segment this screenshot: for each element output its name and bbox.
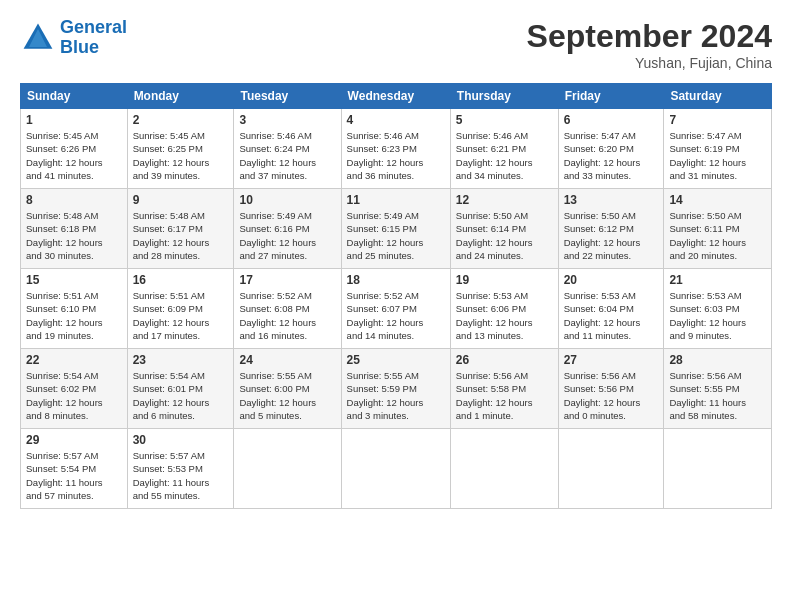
weekday-tuesday: Tuesday	[234, 84, 341, 109]
location: Yushan, Fujian, China	[527, 55, 772, 71]
day-info: Sunrise: 5:47 AM Sunset: 6:20 PM Dayligh…	[564, 129, 659, 182]
day-cell-30: 30Sunrise: 5:57 AM Sunset: 5:53 PM Dayli…	[127, 429, 234, 509]
day-number: 16	[133, 273, 229, 287]
day-info: Sunrise: 5:57 AM Sunset: 5:54 PM Dayligh…	[26, 449, 122, 502]
day-cell-13: 13Sunrise: 5:50 AM Sunset: 6:12 PM Dayli…	[558, 189, 664, 269]
header: General Blue September 2024 Yushan, Fuji…	[20, 18, 772, 71]
day-info: Sunrise: 5:45 AM Sunset: 6:26 PM Dayligh…	[26, 129, 122, 182]
day-info: Sunrise: 5:53 AM Sunset: 6:06 PM Dayligh…	[456, 289, 553, 342]
day-number: 12	[456, 193, 553, 207]
day-info: Sunrise: 5:45 AM Sunset: 6:25 PM Dayligh…	[133, 129, 229, 182]
day-number: 19	[456, 273, 553, 287]
weekday-wednesday: Wednesday	[341, 84, 450, 109]
day-number: 17	[239, 273, 335, 287]
day-number: 10	[239, 193, 335, 207]
day-number: 29	[26, 433, 122, 447]
day-cell-24: 24Sunrise: 5:55 AM Sunset: 6:00 PM Dayli…	[234, 349, 341, 429]
day-cell-9: 9Sunrise: 5:48 AM Sunset: 6:17 PM Daylig…	[127, 189, 234, 269]
empty-cell	[450, 429, 558, 509]
empty-cell	[558, 429, 664, 509]
empty-cell	[234, 429, 341, 509]
day-cell-22: 22Sunrise: 5:54 AM Sunset: 6:02 PM Dayli…	[21, 349, 128, 429]
day-number: 11	[347, 193, 445, 207]
day-info: Sunrise: 5:48 AM Sunset: 6:18 PM Dayligh…	[26, 209, 122, 262]
day-number: 18	[347, 273, 445, 287]
day-info: Sunrise: 5:57 AM Sunset: 5:53 PM Dayligh…	[133, 449, 229, 502]
day-cell-2: 2Sunrise: 5:45 AM Sunset: 6:25 PM Daylig…	[127, 109, 234, 189]
calendar-table: SundayMondayTuesdayWednesdayThursdayFrid…	[20, 83, 772, 509]
day-number: 21	[669, 273, 766, 287]
weekday-saturday: Saturday	[664, 84, 772, 109]
month-title: September 2024	[527, 18, 772, 55]
day-number: 22	[26, 353, 122, 367]
day-cell-16: 16Sunrise: 5:51 AM Sunset: 6:09 PM Dayli…	[127, 269, 234, 349]
day-info: Sunrise: 5:46 AM Sunset: 6:23 PM Dayligh…	[347, 129, 445, 182]
weekday-monday: Monday	[127, 84, 234, 109]
day-cell-25: 25Sunrise: 5:55 AM Sunset: 5:59 PM Dayli…	[341, 349, 450, 429]
day-number: 7	[669, 113, 766, 127]
day-info: Sunrise: 5:49 AM Sunset: 6:15 PM Dayligh…	[347, 209, 445, 262]
page: General Blue September 2024 Yushan, Fuji…	[0, 0, 792, 519]
day-info: Sunrise: 5:47 AM Sunset: 6:19 PM Dayligh…	[669, 129, 766, 182]
day-cell-3: 3Sunrise: 5:46 AM Sunset: 6:24 PM Daylig…	[234, 109, 341, 189]
day-cell-26: 26Sunrise: 5:56 AM Sunset: 5:58 PM Dayli…	[450, 349, 558, 429]
day-info: Sunrise: 5:56 AM Sunset: 5:58 PM Dayligh…	[456, 369, 553, 422]
weekday-sunday: Sunday	[21, 84, 128, 109]
day-info: Sunrise: 5:51 AM Sunset: 6:09 PM Dayligh…	[133, 289, 229, 342]
logo-line2: Blue	[60, 37, 99, 57]
day-info: Sunrise: 5:48 AM Sunset: 6:17 PM Dayligh…	[133, 209, 229, 262]
day-cell-17: 17Sunrise: 5:52 AM Sunset: 6:08 PM Dayli…	[234, 269, 341, 349]
day-cell-18: 18Sunrise: 5:52 AM Sunset: 6:07 PM Dayli…	[341, 269, 450, 349]
day-cell-19: 19Sunrise: 5:53 AM Sunset: 6:06 PM Dayli…	[450, 269, 558, 349]
day-info: Sunrise: 5:56 AM Sunset: 5:56 PM Dayligh…	[564, 369, 659, 422]
day-number: 26	[456, 353, 553, 367]
day-info: Sunrise: 5:53 AM Sunset: 6:04 PM Dayligh…	[564, 289, 659, 342]
day-cell-15: 15Sunrise: 5:51 AM Sunset: 6:10 PM Dayli…	[21, 269, 128, 349]
week-row-5: 29Sunrise: 5:57 AM Sunset: 5:54 PM Dayli…	[21, 429, 772, 509]
day-number: 23	[133, 353, 229, 367]
week-row-3: 15Sunrise: 5:51 AM Sunset: 6:10 PM Dayli…	[21, 269, 772, 349]
day-info: Sunrise: 5:50 AM Sunset: 6:11 PM Dayligh…	[669, 209, 766, 262]
day-number: 1	[26, 113, 122, 127]
day-cell-12: 12Sunrise: 5:50 AM Sunset: 6:14 PM Dayli…	[450, 189, 558, 269]
day-number: 6	[564, 113, 659, 127]
day-number: 20	[564, 273, 659, 287]
day-cell-1: 1Sunrise: 5:45 AM Sunset: 6:26 PM Daylig…	[21, 109, 128, 189]
day-cell-27: 27Sunrise: 5:56 AM Sunset: 5:56 PM Dayli…	[558, 349, 664, 429]
day-number: 13	[564, 193, 659, 207]
day-number: 4	[347, 113, 445, 127]
week-row-4: 22Sunrise: 5:54 AM Sunset: 6:02 PM Dayli…	[21, 349, 772, 429]
day-info: Sunrise: 5:55 AM Sunset: 5:59 PM Dayligh…	[347, 369, 445, 422]
day-info: Sunrise: 5:51 AM Sunset: 6:10 PM Dayligh…	[26, 289, 122, 342]
day-info: Sunrise: 5:50 AM Sunset: 6:14 PM Dayligh…	[456, 209, 553, 262]
day-number: 28	[669, 353, 766, 367]
logo: General Blue	[20, 18, 127, 58]
day-number: 30	[133, 433, 229, 447]
day-number: 24	[239, 353, 335, 367]
day-cell-14: 14Sunrise: 5:50 AM Sunset: 6:11 PM Dayli…	[664, 189, 772, 269]
day-info: Sunrise: 5:52 AM Sunset: 6:07 PM Dayligh…	[347, 289, 445, 342]
day-info: Sunrise: 5:46 AM Sunset: 6:24 PM Dayligh…	[239, 129, 335, 182]
day-cell-29: 29Sunrise: 5:57 AM Sunset: 5:54 PM Dayli…	[21, 429, 128, 509]
day-number: 5	[456, 113, 553, 127]
day-info: Sunrise: 5:54 AM Sunset: 6:01 PM Dayligh…	[133, 369, 229, 422]
day-cell-4: 4Sunrise: 5:46 AM Sunset: 6:23 PM Daylig…	[341, 109, 450, 189]
day-number: 25	[347, 353, 445, 367]
day-cell-11: 11Sunrise: 5:49 AM Sunset: 6:15 PM Dayli…	[341, 189, 450, 269]
day-info: Sunrise: 5:54 AM Sunset: 6:02 PM Dayligh…	[26, 369, 122, 422]
day-number: 27	[564, 353, 659, 367]
logo-text: General Blue	[60, 18, 127, 58]
week-row-2: 8Sunrise: 5:48 AM Sunset: 6:18 PM Daylig…	[21, 189, 772, 269]
day-info: Sunrise: 5:50 AM Sunset: 6:12 PM Dayligh…	[564, 209, 659, 262]
day-info: Sunrise: 5:55 AM Sunset: 6:00 PM Dayligh…	[239, 369, 335, 422]
day-info: Sunrise: 5:46 AM Sunset: 6:21 PM Dayligh…	[456, 129, 553, 182]
day-number: 8	[26, 193, 122, 207]
day-cell-23: 23Sunrise: 5:54 AM Sunset: 6:01 PM Dayli…	[127, 349, 234, 429]
day-cell-28: 28Sunrise: 5:56 AM Sunset: 5:55 PM Dayli…	[664, 349, 772, 429]
logo-line1: General	[60, 17, 127, 37]
day-info: Sunrise: 5:56 AM Sunset: 5:55 PM Dayligh…	[669, 369, 766, 422]
title-block: September 2024 Yushan, Fujian, China	[527, 18, 772, 71]
week-row-1: 1Sunrise: 5:45 AM Sunset: 6:26 PM Daylig…	[21, 109, 772, 189]
logo-icon	[20, 20, 56, 56]
day-info: Sunrise: 5:52 AM Sunset: 6:08 PM Dayligh…	[239, 289, 335, 342]
